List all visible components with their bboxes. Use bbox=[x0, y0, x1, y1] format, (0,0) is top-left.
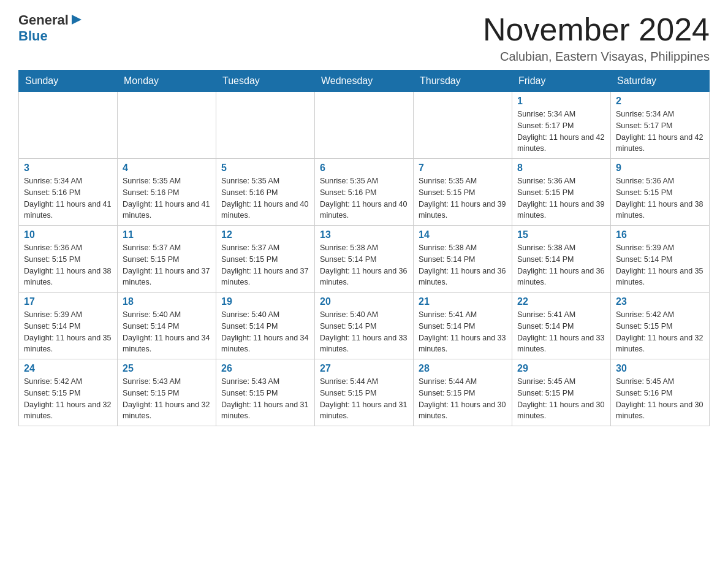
day-number: 4 bbox=[123, 163, 211, 174]
calendar-cell: 5Sunrise: 5:35 AM Sunset: 5:16 PM Daylig… bbox=[216, 159, 315, 226]
calendar-cell bbox=[315, 92, 414, 159]
day-info: Sunrise: 5:38 AM Sunset: 5:14 PM Dayligh… bbox=[320, 242, 408, 288]
day-info: Sunrise: 5:44 AM Sunset: 5:15 PM Dayligh… bbox=[320, 376, 408, 422]
day-number: 15 bbox=[517, 229, 605, 240]
calendar-cell: 18Sunrise: 5:40 AM Sunset: 5:14 PM Dayli… bbox=[118, 293, 216, 359]
day-number: 25 bbox=[123, 363, 211, 374]
calendar-cell: 17Sunrise: 5:39 AM Sunset: 5:14 PM Dayli… bbox=[19, 293, 118, 359]
calendar-table: SundayMondayTuesdayWednesdayThursdayFrid… bbox=[18, 70, 710, 426]
calendar-cell: 21Sunrise: 5:41 AM Sunset: 5:14 PM Dayli… bbox=[414, 293, 512, 359]
day-number: 18 bbox=[123, 296, 211, 307]
day-info: Sunrise: 5:34 AM Sunset: 5:16 PM Dayligh… bbox=[24, 175, 112, 221]
day-number: 26 bbox=[221, 363, 309, 374]
day-number: 12 bbox=[221, 229, 309, 240]
day-info: Sunrise: 5:35 AM Sunset: 5:16 PM Dayligh… bbox=[123, 175, 211, 221]
day-info: Sunrise: 5:35 AM Sunset: 5:15 PM Dayligh… bbox=[419, 175, 507, 221]
day-info: Sunrise: 5:45 AM Sunset: 5:15 PM Dayligh… bbox=[517, 376, 605, 422]
day-number: 22 bbox=[517, 296, 605, 307]
day-number: 13 bbox=[320, 229, 408, 240]
logo-icon bbox=[70, 13, 83, 26]
calendar-cell: 29Sunrise: 5:45 AM Sunset: 5:15 PM Dayli… bbox=[512, 359, 611, 426]
day-header-sunday: Sunday bbox=[19, 71, 118, 92]
day-number: 5 bbox=[221, 163, 309, 174]
day-header-thursday: Thursday bbox=[414, 71, 512, 92]
day-info: Sunrise: 5:40 AM Sunset: 5:14 PM Dayligh… bbox=[123, 309, 211, 355]
calendar-week-row: 1Sunrise: 5:34 AM Sunset: 5:17 PM Daylig… bbox=[19, 92, 710, 159]
calendar-title: November 2024 bbox=[483, 12, 710, 47]
day-number: 19 bbox=[221, 296, 309, 307]
title-block: November 2024 Calubian, Eastern Visayas,… bbox=[483, 12, 710, 64]
day-number: 30 bbox=[616, 363, 704, 374]
day-header-monday: Monday bbox=[118, 71, 216, 92]
day-number: 8 bbox=[517, 163, 605, 174]
calendar-cell bbox=[19, 92, 118, 159]
page-header: General Blue November 2024 Calubian, Eas… bbox=[18, 12, 710, 64]
day-info: Sunrise: 5:43 AM Sunset: 5:15 PM Dayligh… bbox=[221, 376, 309, 422]
day-info: Sunrise: 5:38 AM Sunset: 5:14 PM Dayligh… bbox=[517, 242, 605, 288]
day-number: 20 bbox=[320, 296, 408, 307]
calendar-cell: 16Sunrise: 5:39 AM Sunset: 5:14 PM Dayli… bbox=[611, 226, 710, 293]
day-number: 23 bbox=[616, 296, 704, 307]
calendar-week-row: 17Sunrise: 5:39 AM Sunset: 5:14 PM Dayli… bbox=[19, 293, 710, 359]
day-info: Sunrise: 5:40 AM Sunset: 5:14 PM Dayligh… bbox=[221, 309, 309, 355]
logo-general-text: General bbox=[18, 12, 69, 28]
day-info: Sunrise: 5:36 AM Sunset: 5:15 PM Dayligh… bbox=[24, 242, 112, 288]
day-info: Sunrise: 5:38 AM Sunset: 5:14 PM Dayligh… bbox=[419, 242, 507, 288]
calendar-cell: 28Sunrise: 5:44 AM Sunset: 5:15 PM Dayli… bbox=[414, 359, 512, 426]
calendar-cell: 7Sunrise: 5:35 AM Sunset: 5:15 PM Daylig… bbox=[414, 159, 512, 226]
calendar-cell: 15Sunrise: 5:38 AM Sunset: 5:14 PM Dayli… bbox=[512, 226, 611, 293]
day-info: Sunrise: 5:34 AM Sunset: 5:17 PM Dayligh… bbox=[517, 109, 605, 155]
day-number: 16 bbox=[616, 229, 704, 240]
calendar-cell: 6Sunrise: 5:35 AM Sunset: 5:16 PM Daylig… bbox=[315, 159, 414, 226]
calendar-cell: 2Sunrise: 5:34 AM Sunset: 5:17 PM Daylig… bbox=[611, 92, 710, 159]
day-number: 11 bbox=[123, 229, 211, 240]
calendar-cell: 1Sunrise: 5:34 AM Sunset: 5:17 PM Daylig… bbox=[512, 92, 611, 159]
day-info: Sunrise: 5:35 AM Sunset: 5:16 PM Dayligh… bbox=[221, 175, 309, 221]
calendar-cell: 27Sunrise: 5:44 AM Sunset: 5:15 PM Dayli… bbox=[315, 359, 414, 426]
day-info: Sunrise: 5:41 AM Sunset: 5:14 PM Dayligh… bbox=[419, 309, 507, 355]
calendar-cell: 4Sunrise: 5:35 AM Sunset: 5:16 PM Daylig… bbox=[118, 159, 216, 226]
day-info: Sunrise: 5:41 AM Sunset: 5:14 PM Dayligh… bbox=[517, 309, 605, 355]
calendar-cell: 30Sunrise: 5:45 AM Sunset: 5:16 PM Dayli… bbox=[611, 359, 710, 426]
calendar-cell bbox=[216, 92, 315, 159]
calendar-cell: 14Sunrise: 5:38 AM Sunset: 5:14 PM Dayli… bbox=[414, 226, 512, 293]
day-header-tuesday: Tuesday bbox=[216, 71, 315, 92]
calendar-cell: 19Sunrise: 5:40 AM Sunset: 5:14 PM Dayli… bbox=[216, 293, 315, 359]
calendar-week-row: 3Sunrise: 5:34 AM Sunset: 5:16 PM Daylig… bbox=[19, 159, 710, 226]
day-number: 21 bbox=[419, 296, 507, 307]
day-number: 6 bbox=[320, 163, 408, 174]
calendar-cell: 13Sunrise: 5:38 AM Sunset: 5:14 PM Dayli… bbox=[315, 226, 414, 293]
calendar-week-row: 24Sunrise: 5:42 AM Sunset: 5:15 PM Dayli… bbox=[19, 359, 710, 426]
day-info: Sunrise: 5:36 AM Sunset: 5:15 PM Dayligh… bbox=[616, 175, 704, 221]
calendar-cell: 3Sunrise: 5:34 AM Sunset: 5:16 PM Daylig… bbox=[19, 159, 118, 226]
day-number: 9 bbox=[616, 163, 704, 174]
svg-marker-0 bbox=[72, 15, 82, 25]
calendar-cell: 24Sunrise: 5:42 AM Sunset: 5:15 PM Dayli… bbox=[19, 359, 118, 426]
calendar-cell: 12Sunrise: 5:37 AM Sunset: 5:15 PM Dayli… bbox=[216, 226, 315, 293]
day-info: Sunrise: 5:42 AM Sunset: 5:15 PM Dayligh… bbox=[616, 309, 704, 355]
day-info: Sunrise: 5:37 AM Sunset: 5:15 PM Dayligh… bbox=[123, 242, 211, 288]
day-info: Sunrise: 5:43 AM Sunset: 5:15 PM Dayligh… bbox=[123, 376, 211, 422]
day-info: Sunrise: 5:42 AM Sunset: 5:15 PM Dayligh… bbox=[24, 376, 112, 422]
day-header-friday: Friday bbox=[512, 71, 611, 92]
calendar-cell bbox=[414, 92, 512, 159]
day-number: 17 bbox=[24, 296, 112, 307]
calendar-subtitle: Calubian, Eastern Visayas, Philippines bbox=[483, 50, 710, 64]
calendar-cell bbox=[118, 92, 216, 159]
calendar-cell: 8Sunrise: 5:36 AM Sunset: 5:15 PM Daylig… bbox=[512, 159, 611, 226]
day-number: 28 bbox=[419, 363, 507, 374]
day-info: Sunrise: 5:44 AM Sunset: 5:15 PM Dayligh… bbox=[419, 376, 507, 422]
day-info: Sunrise: 5:40 AM Sunset: 5:14 PM Dayligh… bbox=[320, 309, 408, 355]
calendar-cell: 22Sunrise: 5:41 AM Sunset: 5:14 PM Dayli… bbox=[512, 293, 611, 359]
day-number: 24 bbox=[24, 363, 112, 374]
calendar-cell: 26Sunrise: 5:43 AM Sunset: 5:15 PM Dayli… bbox=[216, 359, 315, 426]
calendar-cell: 23Sunrise: 5:42 AM Sunset: 5:15 PM Dayli… bbox=[611, 293, 710, 359]
logo-blue-text: Blue bbox=[18, 28, 48, 44]
day-number: 2 bbox=[616, 96, 704, 107]
day-number: 14 bbox=[419, 229, 507, 240]
day-number: 1 bbox=[517, 96, 605, 107]
day-info: Sunrise: 5:39 AM Sunset: 5:14 PM Dayligh… bbox=[616, 242, 704, 288]
day-info: Sunrise: 5:34 AM Sunset: 5:17 PM Dayligh… bbox=[616, 109, 704, 155]
day-number: 10 bbox=[24, 229, 112, 240]
calendar-cell: 10Sunrise: 5:36 AM Sunset: 5:15 PM Dayli… bbox=[19, 226, 118, 293]
